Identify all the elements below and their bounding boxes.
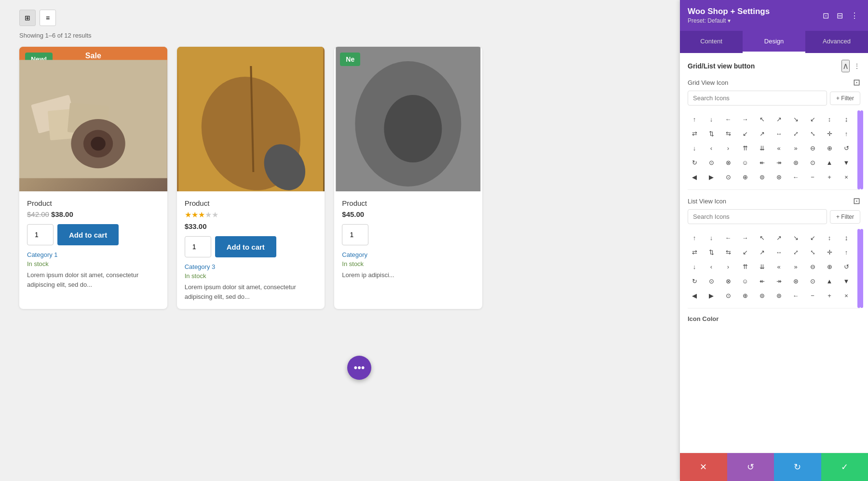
icon-cell[interactable]: ↺	[840, 141, 853, 155]
icon-cell[interactable]: ⤢	[789, 127, 802, 140]
icon-cell[interactable]: −	[806, 289, 819, 302]
section-more-button[interactable]: ⋮	[854, 62, 860, 70]
icon-cell[interactable]: ⊕	[823, 141, 836, 155]
icon-cell[interactable]: ⊗	[721, 156, 735, 169]
icon-cell[interactable]: ⊙	[721, 289, 735, 302]
icon-cell[interactable]: ⇈	[738, 260, 752, 273]
icon-cell[interactable]: ⇆	[721, 245, 735, 259]
grid-icon-filter-button[interactable]: + Filter	[830, 92, 860, 105]
icon-cell[interactable]: ↓	[688, 141, 701, 155]
icon-cell[interactable]: ⊚	[755, 170, 769, 184]
icon-cell[interactable]: ↻	[688, 274, 701, 288]
icon-cell[interactable]: ‹	[705, 141, 718, 155]
icon-cell[interactable]: ↗	[755, 245, 769, 259]
icon-cell[interactable]: ⊕	[738, 289, 752, 302]
icon-cell[interactable]: −	[806, 170, 819, 184]
icon-cell[interactable]: ↑	[840, 127, 853, 140]
list-icon-filter-button[interactable]: + Filter	[830, 210, 860, 224]
icon-cell[interactable]: ☺	[738, 274, 752, 288]
icon-cell[interactable]: ⊗	[721, 274, 735, 288]
icon-cell[interactable]: ↑	[688, 112, 701, 126]
panel-preset[interactable]: Preset: Default ▾	[688, 17, 770, 24]
icon-cell[interactable]: ⇅	[705, 245, 718, 259]
quantity-input[interactable]	[342, 224, 368, 245]
icon-cell[interactable]: ▼	[840, 274, 853, 288]
icon-cell[interactable]: ↙	[806, 112, 819, 126]
icon-cell[interactable]: «	[772, 260, 786, 273]
fab-button[interactable]: •••	[347, 356, 371, 380]
icon-cell[interactable]: ↙	[806, 231, 819, 244]
icon-cell[interactable]: «	[772, 141, 786, 155]
panel-layout-icon[interactable]: ⊟	[835, 9, 845, 22]
tab-design[interactable]: Design	[743, 31, 805, 53]
list-view-icon-picker[interactable]: ⊡	[853, 196, 860, 206]
undo-button[interactable]: ↺	[727, 453, 774, 481]
icon-cell[interactable]: ⇆	[721, 127, 735, 140]
icon-cell[interactable]: ⊙	[705, 274, 718, 288]
icon-cell[interactable]: ⊛	[772, 289, 786, 302]
icon-cell[interactable]: ←	[721, 231, 735, 244]
icon-cell[interactable]: ↠	[772, 156, 786, 169]
icon-cell[interactable]: ⊛	[789, 274, 802, 288]
icon-cell[interactable]: ⤡	[806, 127, 819, 140]
icon-cell[interactable]: ↔	[772, 245, 786, 259]
icon-cell[interactable]: ⇄	[688, 127, 701, 140]
icon-cell[interactable]: ◀	[688, 170, 701, 184]
icon-cell[interactable]: ↠	[772, 274, 786, 288]
redo-button[interactable]: ↻	[774, 453, 821, 481]
icon-cell[interactable]: ←	[789, 289, 802, 302]
icon-cell[interactable]: ↗	[755, 127, 769, 140]
icon-cell[interactable]: ✛	[823, 127, 836, 140]
icon-cell[interactable]: ↘	[789, 112, 802, 126]
icon-cell[interactable]: ↖	[755, 112, 769, 126]
icon-cell[interactable]: ↙	[738, 127, 752, 140]
icon-cell[interactable]: ↖	[755, 231, 769, 244]
icon-cell[interactable]: ⊙	[705, 156, 718, 169]
icon-cell[interactable]: ‹	[705, 260, 718, 273]
icon-cell[interactable]: ▲	[823, 156, 836, 169]
icon-cell[interactable]: ▶	[705, 170, 718, 184]
category-link[interactable]: Category	[342, 251, 475, 258]
icon-cell[interactable]: ›	[721, 141, 735, 155]
icon-cell[interactable]: ↑	[840, 245, 853, 259]
icon-cell[interactable]: ⊙	[721, 170, 735, 184]
icon-cell[interactable]: ⊕	[738, 170, 752, 184]
grid-view-button[interactable]: ⊞	[19, 10, 36, 26]
grid-view-icon-picker[interactable]: ⊡	[853, 77, 860, 88]
icon-cell[interactable]: ↘	[789, 231, 802, 244]
icon-cell[interactable]: ▲	[823, 274, 836, 288]
confirm-button[interactable]: ✓	[821, 453, 868, 481]
icon-cell[interactable]: ⊚	[755, 289, 769, 302]
icon-cell[interactable]: ✛	[823, 245, 836, 259]
icon-cell[interactable]: +	[823, 170, 836, 184]
icon-cell[interactable]: →	[738, 231, 752, 244]
icon-cell[interactable]: ▶	[705, 289, 718, 302]
grid-icon-search-input[interactable]	[688, 91, 827, 106]
icon-cell[interactable]: ⊛	[789, 156, 802, 169]
icon-cell[interactable]: ↞	[755, 156, 769, 169]
icon-cell[interactable]: +	[823, 289, 836, 302]
icon-cell[interactable]: ⊛	[772, 170, 786, 184]
add-to-cart-button[interactable]: Add to cart	[215, 236, 276, 257]
icon-cell[interactable]: ⊖	[806, 260, 819, 273]
tab-content[interactable]: Content	[680, 31, 743, 53]
icon-cell[interactable]: ↙	[738, 245, 752, 259]
icon-cell[interactable]: ⤢	[789, 245, 802, 259]
icon-cell[interactable]: ×	[840, 289, 853, 302]
quantity-input[interactable]	[185, 236, 211, 257]
icon-cell[interactable]: ⇄	[688, 245, 701, 259]
icon-cell[interactable]: ↗	[772, 112, 786, 126]
panel-screenshot-icon[interactable]: ⊡	[821, 9, 831, 22]
quantity-input[interactable]	[27, 224, 54, 245]
icon-cell[interactable]: →	[738, 112, 752, 126]
icon-cell[interactable]: ⇈	[738, 141, 752, 155]
icon-cell[interactable]: ↓	[705, 231, 718, 244]
icon-cell[interactable]: ←	[789, 170, 802, 184]
icon-cell[interactable]: ⊕	[823, 260, 836, 273]
icon-cell[interactable]: ↨	[840, 231, 853, 244]
add-to-cart-button[interactable]: Add to cart	[57, 224, 119, 245]
icon-cell[interactable]: ⇊	[755, 260, 769, 273]
icon-cell[interactable]: ☺	[738, 156, 752, 169]
icon-cell[interactable]: ×	[840, 170, 853, 184]
icon-cell[interactable]: ↓	[688, 260, 701, 273]
